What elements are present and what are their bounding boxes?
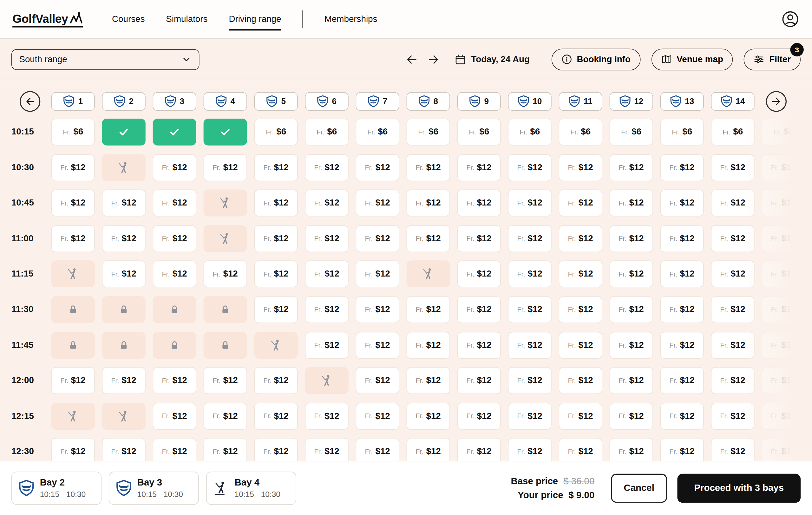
slot-available[interactable]: Fr.$12 xyxy=(762,190,805,217)
next-day-button[interactable] xyxy=(425,51,442,68)
filter-button[interactable]: Filter 3 xyxy=(744,49,801,70)
slot-available[interactable]: Fr.$6 xyxy=(762,119,805,146)
selected-bay-chip[interactable]: Bay 310:15 - 10:30 xyxy=(109,472,199,505)
slot-available[interactable]: Fr.$12 xyxy=(762,225,805,252)
slot-available[interactable]: Fr.$12 xyxy=(660,403,704,430)
slot-available[interactable]: Fr.$12 xyxy=(559,403,602,430)
slot-available[interactable]: Fr.$12 xyxy=(356,190,399,217)
previous-day-button[interactable] xyxy=(403,51,420,68)
slot-available[interactable]: Fr.$12 xyxy=(610,261,653,287)
slot-available[interactable]: Fr.$12 xyxy=(356,154,399,181)
slot-available[interactable]: Fr.$12 xyxy=(508,403,552,430)
proceed-button[interactable]: Proceed with 3 bays xyxy=(677,474,801,502)
bay-header-1[interactable]: 1 xyxy=(51,92,95,111)
slot-available[interactable]: Fr.$12 xyxy=(356,403,399,430)
slot-available[interactable]: Fr.$12 xyxy=(102,225,146,252)
slot-available[interactable]: Fr.$12 xyxy=(508,261,552,287)
slot-available[interactable]: Fr.$12 xyxy=(407,154,450,181)
slot-available[interactable]: Fr.$12 xyxy=(305,261,349,287)
slot-available[interactable]: Fr.$12 xyxy=(660,367,704,394)
slot-available[interactable]: Fr.$12 xyxy=(153,261,196,287)
slot-available[interactable]: Fr.$12 xyxy=(356,367,399,394)
scroll-bays-left-button[interactable] xyxy=(20,91,40,112)
slot-selected[interactable] xyxy=(153,119,196,146)
account-button[interactable] xyxy=(781,10,800,29)
slot-available[interactable]: Fr.$12 xyxy=(711,296,755,323)
slot-available[interactable]: Fr.$12 xyxy=(254,225,298,252)
slot-available[interactable]: Fr.$12 xyxy=(457,154,501,181)
slot-selected[interactable] xyxy=(204,119,247,146)
slot-available[interactable]: Fr.$12 xyxy=(153,154,196,181)
slot-available[interactable]: Fr.$12 xyxy=(153,190,196,217)
selected-bay-chip[interactable]: Bay 410:15 - 10:30 xyxy=(206,472,296,505)
slot-available[interactable]: Fr.$12 xyxy=(356,332,399,359)
slot-available[interactable]: Fr.$6 xyxy=(254,119,298,146)
slot-available[interactable]: Fr.$12 xyxy=(660,332,704,359)
bay-header-13[interactable]: 13 xyxy=(660,92,704,111)
slot-available[interactable]: Fr.$12 xyxy=(51,154,95,181)
slot-available[interactable]: Fr.$6 xyxy=(457,119,501,146)
slot-available[interactable]: Fr.$12 xyxy=(660,154,704,181)
bay-header-11[interactable]: 11 xyxy=(559,92,602,111)
slot-available[interactable]: Fr.$12 xyxy=(559,296,602,323)
venue-map-button[interactable]: Venue map xyxy=(651,49,733,70)
brand-logo[interactable]: GolfValley xyxy=(12,11,83,27)
slot-available[interactable]: Fr.$12 xyxy=(660,225,704,252)
slot-available[interactable]: Fr.$12 xyxy=(457,296,501,323)
slot-available[interactable]: Fr.$12 xyxy=(204,403,247,430)
slot-available[interactable]: Fr.$12 xyxy=(457,403,501,430)
slot-available[interactable]: Fr.$12 xyxy=(51,225,95,252)
bay-header-14[interactable]: 14 xyxy=(711,92,755,111)
slot-available[interactable]: Fr.$12 xyxy=(407,225,450,252)
slot-available[interactable]: Fr.$12 xyxy=(610,225,653,252)
slot-available[interactable]: Fr.$12 xyxy=(305,403,349,430)
slot-available[interactable]: Fr.$12 xyxy=(305,190,349,217)
slot-available[interactable]: Fr.$12 xyxy=(153,367,196,394)
slot-available[interactable]: Fr.$12 xyxy=(762,261,805,287)
slot-available[interactable]: Fr.$12 xyxy=(51,367,95,394)
slot-available[interactable]: Fr.$12 xyxy=(102,261,146,287)
slot-available[interactable]: Fr.$12 xyxy=(660,296,704,323)
slot-available[interactable]: Fr.$12 xyxy=(660,261,704,287)
slot-available[interactable]: Fr.$6 xyxy=(610,119,653,146)
slot-available[interactable]: Fr.$12 xyxy=(356,261,399,287)
slot-available[interactable]: Fr.$12 xyxy=(407,296,450,323)
slot-available[interactable]: Fr.$12 xyxy=(457,332,501,359)
slot-available[interactable]: Fr.$12 xyxy=(407,332,450,359)
slot-available[interactable]: Fr.$12 xyxy=(254,403,298,430)
slot-selected[interactable] xyxy=(102,119,146,146)
slot-available[interactable]: Fr.$12 xyxy=(711,225,755,252)
bay-header-4[interactable]: 4 xyxy=(204,92,247,111)
slot-available[interactable]: Fr.$12 xyxy=(457,190,501,217)
slot-available[interactable]: Fr.$6 xyxy=(407,119,450,146)
slot-available[interactable]: Fr.$12 xyxy=(254,296,298,323)
slot-available[interactable]: Fr.$12 xyxy=(51,190,95,217)
bay-header-10[interactable]: 10 xyxy=(508,92,552,111)
slot-available[interactable]: Fr.$12 xyxy=(762,332,805,359)
slot-available[interactable]: Fr.$12 xyxy=(508,154,552,181)
slot-available[interactable]: Fr.$12 xyxy=(711,190,755,217)
date-picker[interactable]: Today, 24 Aug xyxy=(455,54,530,65)
slot-available[interactable]: Fr.$12 xyxy=(762,296,805,323)
slot-available[interactable]: Fr.$12 xyxy=(305,332,349,359)
bay-header-7[interactable]: 7 xyxy=(356,92,399,111)
slot-available[interactable]: Fr.$6 xyxy=(508,119,552,146)
slot-available[interactable]: Fr.$12 xyxy=(762,154,805,181)
slot-available[interactable]: Fr.$12 xyxy=(762,403,805,430)
slot-available[interactable]: Fr.$12 xyxy=(356,225,399,252)
slot-available[interactable]: Fr.$6 xyxy=(660,119,704,146)
nav-simulators[interactable]: Simulators xyxy=(166,14,207,24)
slot-available[interactable]: Fr.$6 xyxy=(51,119,95,146)
slot-available[interactable]: Fr.$12 xyxy=(559,154,602,181)
nav-memberships[interactable]: Memberships xyxy=(324,14,377,24)
slot-available[interactable]: Fr.$12 xyxy=(204,367,247,394)
slot-available[interactable]: Fr.$12 xyxy=(407,403,450,430)
slot-available[interactable]: Fr.$12 xyxy=(508,296,552,323)
slot-available[interactable]: Fr.$12 xyxy=(204,154,247,181)
slot-available[interactable]: Fr.$12 xyxy=(559,332,602,359)
slot-available[interactable]: Fr.$12 xyxy=(204,261,247,287)
slot-available[interactable]: Fr.$12 xyxy=(153,225,196,252)
slot-available[interactable]: Fr.$12 xyxy=(610,403,653,430)
bay-header-6[interactable]: 6 xyxy=(305,92,349,111)
slot-available[interactable]: Fr.$12 xyxy=(254,261,298,287)
